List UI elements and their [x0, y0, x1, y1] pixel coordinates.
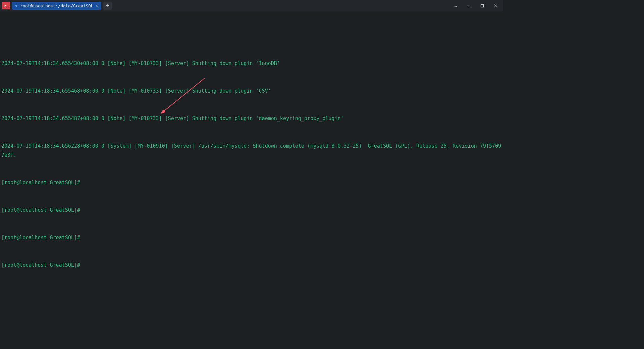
shell-prompt: [root@localhost GreatSQL]#	[1, 207, 80, 213]
terminal-app-icon: >_	[2, 2, 10, 9]
new-tab-button[interactable]: +	[103, 2, 112, 10]
close-icon	[494, 4, 497, 8]
log-line: 2024-07-19T14:18:34.655468+08:00 0 [Note…	[1, 88, 271, 94]
log-line: 2024-07-19T14:18:34.655430+08:00 0 [Note…	[1, 60, 280, 66]
window-titlebar: >_ root@localhost:/data/GreatSQL × + ⋯	[0, 0, 503, 11]
terminal-tab[interactable]: root@localhost:/data/GreatSQL ×	[12, 2, 101, 10]
log-line: 2024-07-19T14:18:34.655487+08:00 0 [Note…	[1, 115, 343, 121]
maximize-button[interactable]	[476, 2, 488, 10]
annotation-arrow	[158, 77, 211, 120]
tab-indicator-dot	[15, 5, 17, 7]
shell-prompt: [root@localhost GreatSQL]#	[1, 180, 80, 186]
terminal-viewport[interactable]: 2024-07-19T14:18:34.655430+08:00 0 [Note…	[0, 11, 503, 272]
tab-close-icon[interactable]: ×	[96, 3, 99, 8]
menu-icon[interactable]: ⋯	[449, 2, 461, 10]
log-line: 2024-07-19T14:18:34.656228+08:00 0 [Syst…	[1, 143, 501, 158]
shell-prompt: [root@localhost GreatSQL]#	[1, 262, 80, 268]
tab-title: root@localhost:/data/GreatSQL	[20, 3, 93, 8]
maximize-icon	[480, 4, 484, 8]
svg-rect-1	[481, 4, 483, 7]
shell-prompt: [root@localhost GreatSQL]#	[1, 235, 80, 241]
minimize-icon	[467, 4, 471, 8]
terminal-icon-glyph: >_	[4, 3, 8, 8]
minimize-button[interactable]	[463, 2, 474, 10]
close-button[interactable]	[490, 2, 501, 10]
